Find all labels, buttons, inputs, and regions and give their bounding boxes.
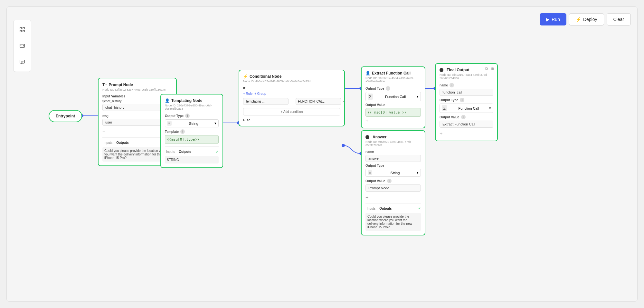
svg-rect-10 bbox=[20, 27, 22, 29]
chevron-icon: ▾ bbox=[489, 106, 491, 110]
final-output-node: ⧉ 🗑 Final Output Node ID: dd492197-8ae4-… bbox=[435, 63, 498, 141]
answer-name-row: name bbox=[365, 150, 421, 154]
answer-node-id: Node ID: df07f971-4893-4c81-b7cb-65fdfc7… bbox=[365, 140, 421, 147]
answer-output-value-input[interactable] bbox=[365, 184, 421, 192]
extract-output-value-label: Output Value bbox=[365, 103, 385, 107]
template-label: Template bbox=[165, 130, 179, 134]
deploy-icon: ⚡ bbox=[576, 17, 581, 22]
chat-icon[interactable] bbox=[17, 57, 27, 67]
check-icon-templating: ✓ bbox=[216, 150, 219, 154]
extract-output-value-row: Output Value bbox=[365, 103, 421, 107]
answer-output: Could you please provide the location wh… bbox=[365, 213, 421, 231]
conditional-icon: ⚡ bbox=[243, 74, 248, 79]
extract-type-select[interactable]: Σ Function Call ▾ bbox=[365, 92, 421, 101]
sidebar-icons bbox=[13, 20, 31, 72]
text-icon: T↑ bbox=[102, 82, 107, 87]
conditional-node: ⚡ Conditional Node Node ID: 4b6adc67-d2d… bbox=[239, 70, 345, 126]
else-label: Else bbox=[243, 118, 340, 122]
templating-icon: 👤 bbox=[165, 98, 170, 103]
if-label: If bbox=[243, 86, 340, 90]
add-answer-btn[interactable]: + bbox=[365, 195, 421, 201]
tab-inputs-answer[interactable]: Inputs bbox=[365, 206, 377, 211]
remove-condition-icon[interactable]: × bbox=[342, 99, 345, 104]
output-type-select[interactable]: ≡ String ▾ bbox=[165, 119, 219, 127]
answer-output-value-info[interactable]: i bbox=[387, 179, 392, 183]
final-name-label: name bbox=[440, 84, 448, 87]
final-name-input[interactable] bbox=[440, 89, 493, 96]
final-name-row: name i bbox=[440, 83, 493, 87]
answer-output-value-label: Output Value bbox=[365, 179, 385, 183]
extract-output-type-label: Output Type bbox=[365, 87, 384, 90]
svg-rect-12 bbox=[20, 30, 22, 32]
focus-icon[interactable] bbox=[17, 25, 27, 35]
prompt-node-title: T↑ Prompt Node bbox=[102, 82, 172, 87]
rule-group-row: + Rule + Group bbox=[243, 92, 340, 95]
answer-output-type-label: Output Type bbox=[365, 164, 384, 167]
template-row: Template i bbox=[165, 129, 219, 134]
answer-tabs-row: Inputs Outputs ✓ bbox=[365, 206, 421, 211]
answer-output-value-row: Output Value i bbox=[365, 179, 421, 183]
tab-outputs-answer[interactable]: Outputs bbox=[378, 206, 393, 211]
output-type-row: Output Type i bbox=[165, 114, 219, 118]
final-output-value-input[interactable] bbox=[440, 121, 493, 128]
run-icon: ▶ bbox=[546, 17, 550, 22]
final-output-type-row: Output Type i bbox=[440, 98, 493, 102]
extract-output-code: {{ msg[0].value }} bbox=[365, 108, 421, 117]
add-extract-btn[interactable]: + bbox=[365, 118, 421, 124]
tab-outputs-templating[interactable]: Outputs bbox=[177, 149, 192, 154]
final-type-select[interactable]: Σ Function Call ▾ bbox=[440, 104, 493, 113]
group-btn[interactable]: + Group bbox=[254, 92, 266, 95]
condition-left-input[interactable] bbox=[243, 98, 289, 105]
copy-icon[interactable]: ⧉ bbox=[485, 66, 488, 71]
conditional-node-id: Node ID: 4b6adc67-d2d1-4635-ba9c-5e6a5aa… bbox=[243, 80, 340, 83]
final-output-value-info[interactable]: i bbox=[461, 115, 466, 119]
templating-node-title: 👤 Templating Node bbox=[165, 98, 219, 103]
code-icon[interactable] bbox=[17, 41, 27, 51]
clear-button[interactable]: Clear bbox=[607, 13, 631, 25]
extract-icon: 👤 bbox=[365, 71, 370, 75]
final-output-value-label: Output Value bbox=[440, 115, 459, 119]
canvas-container: ▶ Run ⚡ Deploy Clear bbox=[6, 6, 638, 302]
templating-node-id: Node ID: 290e7376-e950-48ec-b6ef-dc88c5f… bbox=[165, 104, 219, 110]
tab-outputs-prompt[interactable]: Outputs bbox=[115, 140, 130, 145]
answer-type-select[interactable]: ≡ String ▾ bbox=[365, 169, 421, 177]
output-type-info[interactable]: i bbox=[185, 114, 190, 118]
check-icon-answer: ✓ bbox=[418, 206, 421, 211]
answer-output-type-row: Output Type bbox=[365, 164, 421, 167]
condition-right-input[interactable] bbox=[296, 98, 341, 105]
condition-row: = × bbox=[243, 98, 340, 105]
deploy-button[interactable]: ⚡ Deploy bbox=[569, 13, 604, 25]
extract-node-id: Node ID: 0b766314-4594-419b-a499-a3a8bed… bbox=[365, 76, 421, 83]
tab-inputs-prompt[interactable]: Inputs bbox=[102, 140, 114, 145]
final-output-id: Node ID: dd492197-8ae4-489b-a75d-2a6a252… bbox=[440, 73, 493, 80]
final-output-type-info[interactable]: i bbox=[460, 98, 464, 102]
run-button[interactable]: ▶ Run bbox=[540, 13, 566, 25]
answer-node-title: Answer bbox=[365, 135, 421, 139]
entrypoint-node: Entrypoint bbox=[49, 110, 82, 122]
final-output-value-row: Output Value i bbox=[440, 115, 493, 119]
chevron-icon: ▾ bbox=[417, 171, 419, 175]
tab-inputs-templating[interactable]: Inputs bbox=[165, 149, 176, 154]
chevron-icon: ▾ bbox=[214, 121, 216, 125]
answer-dot bbox=[365, 135, 369, 139]
svg-rect-15 bbox=[20, 60, 24, 63]
add-condition-button[interactable]: + Add condition bbox=[243, 108, 340, 115]
trash-icon[interactable]: 🗑 bbox=[491, 66, 495, 71]
answer-node: Answer Node ID: df07f971-4893-4c81-b7cb-… bbox=[361, 130, 425, 235]
extract-output-type-info[interactable]: i bbox=[386, 86, 390, 91]
final-output-type-label: Output Type bbox=[440, 98, 458, 102]
answer-name-input[interactable] bbox=[365, 155, 421, 162]
add-final-btn[interactable]: + bbox=[440, 131, 493, 137]
prompt-node-id: Node ID: 62ffa6c2-8237-4453-b63b-a60fff1… bbox=[102, 88, 172, 91]
output-type-label: Output Type bbox=[165, 114, 184, 118]
answer-name-label: name bbox=[365, 150, 374, 154]
final-name-info[interactable]: i bbox=[450, 83, 454, 87]
svg-point-6 bbox=[342, 144, 345, 147]
extract-node: 👤 Extract Function Call Node ID: 0b76631… bbox=[361, 66, 425, 128]
template-code: {{msg[0].type}} bbox=[165, 135, 219, 144]
rule-btn[interactable]: + Rule bbox=[243, 92, 252, 95]
templating-output: STRING bbox=[165, 156, 219, 164]
conditional-node-title: ⚡ Conditional Node bbox=[243, 74, 340, 79]
template-info[interactable]: i bbox=[180, 129, 185, 134]
svg-rect-13 bbox=[23, 30, 24, 32]
